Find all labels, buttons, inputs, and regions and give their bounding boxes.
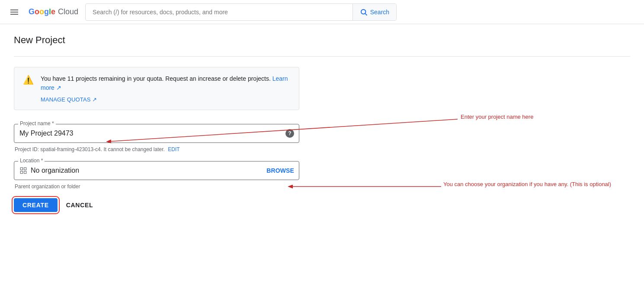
logo-cloud-text: Cloud [58, 7, 78, 16]
project-name-field-group: Project name * ? [14, 124, 299, 143]
location-field-group: Location * No organization BROWSE [14, 161, 299, 180]
divider [14, 56, 630, 57]
search-button-label: Search [370, 9, 389, 16]
search-icon [360, 8, 368, 16]
action-buttons: CREATE CANCEL [14, 198, 299, 212]
svg-rect-0 [10, 9, 18, 10]
project-id-text: Project ID: spatial-framing-423013-c4. I… [14, 146, 299, 152]
browse-button[interactable]: BROWSE [266, 167, 294, 174]
manage-quotas-link[interactable]: MANAGE QUOTAS ↗ [41, 96, 97, 103]
svg-line-4 [365, 13, 367, 15]
svg-point-3 [361, 9, 366, 14]
cancel-button[interactable]: CANCEL [61, 198, 99, 212]
search-button[interactable]: Search [352, 4, 396, 20]
warning-icon: ⚠️ [23, 75, 34, 85]
svg-rect-7 [20, 171, 22, 174]
hamburger-menu-icon[interactable] [7, 5, 22, 19]
svg-rect-2 [10, 14, 18, 15]
parent-org-hint: Parent organization or folder [14, 184, 299, 190]
google-cloud-logo: Google Cloud [29, 7, 78, 16]
create-button[interactable]: CREATE [14, 198, 58, 212]
location-value: No organization [31, 167, 79, 174]
svg-rect-6 [24, 168, 26, 170]
project-name-input[interactable] [14, 124, 299, 143]
project-name-label: Project name * [18, 120, 56, 127]
svg-rect-1 [10, 12, 18, 13]
alert-message: You have 11 projects remaining in your q… [41, 74, 290, 92]
svg-rect-8 [24, 171, 26, 174]
location-field: No organization [14, 161, 299, 180]
page-title: New Project [14, 35, 630, 46]
location-label: Location * [18, 158, 45, 164]
new-project-form: Project name * ? Project ID: spatial-fra… [14, 124, 299, 212]
grid-icon [19, 167, 27, 174]
project-name-help-icon[interactable]: ? [285, 129, 294, 138]
search-input[interactable] [86, 9, 352, 16]
svg-rect-5 [20, 168, 22, 170]
search-bar: Search [85, 3, 397, 21]
project-id-edit-link[interactable]: EDIT [168, 146, 179, 152]
quota-alert: ⚠️ You have 11 projects remaining in you… [14, 67, 299, 110]
